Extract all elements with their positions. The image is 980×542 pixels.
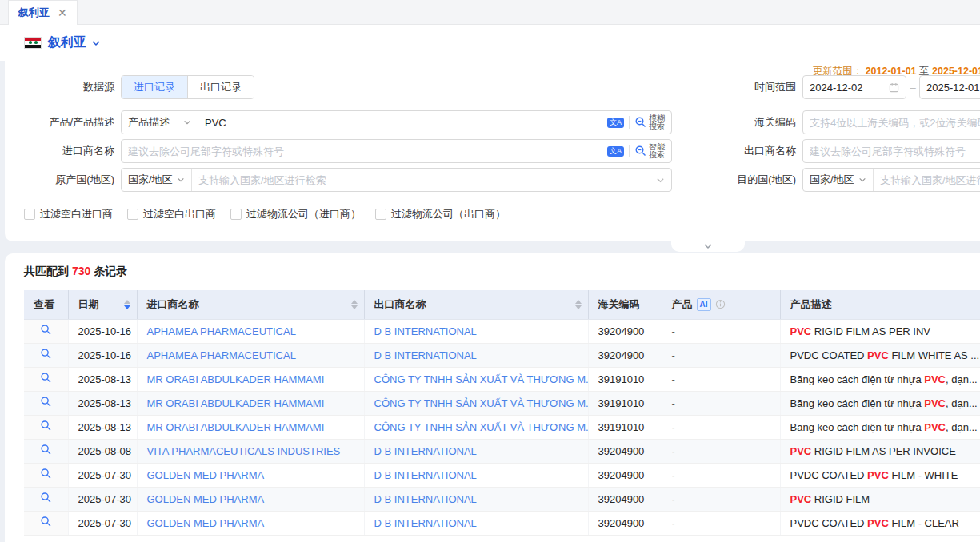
destination-input-group: 国家/地区 xyxy=(802,168,980,192)
checkbox-filter-logistics-importer[interactable]: 过滤物流公司（进口商） xyxy=(230,207,361,221)
importer-row: 进口商名称 文A 智能 搜索 xyxy=(5,139,672,163)
tab-bar: 叙利亚 ✕ xyxy=(0,0,980,25)
sort-importer[interactable] xyxy=(351,300,358,309)
cell-product: - xyxy=(662,391,780,415)
results-panel: 共匹配到730条记录 查看 日期 进口商名称 出口商名称 海关编码 产品 AI xyxy=(5,253,980,542)
cell-product: - xyxy=(662,463,780,487)
search-icon xyxy=(634,116,647,129)
view-record-button[interactable] xyxy=(24,511,68,535)
col-view: 查看 xyxy=(24,290,68,319)
cell-hs-code: 39204900 xyxy=(588,487,662,511)
table-row: 2025-07-30 GOLDEN MED PHARMA D B INTERNA… xyxy=(24,511,980,535)
cell-exporter-link[interactable]: D B INTERNATIONAL xyxy=(364,343,588,367)
translate-icon[interactable]: 文A xyxy=(607,146,624,157)
view-search-icon xyxy=(40,516,52,528)
destination-row: 目的国(地区) 国家/地区 xyxy=(688,168,980,192)
checkbox-filter-logistics-exporter[interactable]: 过滤物流公司（出口商） xyxy=(375,207,506,221)
cell-exporter-link[interactable]: CÔNG TY TNHH SẢN XUẤT VÀ THƯƠNG M... xyxy=(364,391,588,415)
cell-hs-code: 39204900 xyxy=(588,319,662,343)
cell-hs-code: 39191010 xyxy=(588,391,662,415)
view-search-icon xyxy=(40,396,52,408)
chevron-down-icon[interactable] xyxy=(656,176,665,185)
cell-exporter-link[interactable]: D B INTERNATIONAL xyxy=(364,439,588,463)
cell-product: - xyxy=(662,319,780,343)
cell-exporter-link[interactable]: D B INTERNATIONAL xyxy=(364,463,588,487)
cell-importer-link[interactable]: MR ORABI ABDULKADER HAMMAMI xyxy=(137,367,364,391)
sort-date[interactable] xyxy=(124,300,130,309)
cell-description: Băng keo cách điện từ nhựa PVC, dạn... xyxy=(780,415,980,439)
collapse-panel-button[interactable] xyxy=(671,241,745,252)
cell-exporter-link[interactable]: D B INTERNATIONAL xyxy=(364,319,588,343)
view-record-button[interactable] xyxy=(24,439,68,463)
cell-product: - xyxy=(662,487,780,511)
cell-importer-link[interactable]: APHAMEA PHARMACEUTICAL xyxy=(137,343,364,367)
view-record-button[interactable] xyxy=(24,463,68,487)
view-search-icon xyxy=(40,492,52,504)
tab-syria[interactable]: 叙利亚 ✕ xyxy=(8,0,78,25)
sort-exporter[interactable] xyxy=(575,300,582,309)
view-record-button[interactable] xyxy=(24,391,68,415)
hs-code-input[interactable] xyxy=(803,111,980,134)
checkbox-filter-blank-exporter[interactable]: 过滤空白出口商 xyxy=(127,207,216,221)
exporter-input[interactable] xyxy=(803,140,980,162)
view-search-icon xyxy=(40,468,52,480)
origin-input[interactable] xyxy=(192,169,656,191)
view-record-button[interactable] xyxy=(24,343,68,367)
cell-importer-link[interactable]: MR ORABI ABDULKADER HAMMAMI xyxy=(137,415,364,439)
cell-importer-link[interactable]: APHAMEA PHARMACEUTICAL xyxy=(137,319,364,343)
product-input[interactable] xyxy=(198,111,607,134)
cell-description: PVDC COATED PVC FILM WHITE AS ... xyxy=(780,343,980,367)
origin-row: 原产国(地区) 国家/地区 xyxy=(5,168,672,192)
cell-exporter-link[interactable]: CÔNG TY TNHH SẢN XUẤT VÀ THƯƠNG M... xyxy=(364,367,588,391)
cell-date: 2025-08-13 xyxy=(68,415,137,439)
tab-title: 叙利亚 xyxy=(18,6,50,20)
tab-export-records[interactable]: 出口记录 xyxy=(187,76,254,98)
date-from-input[interactable]: 2024-12-02 xyxy=(802,75,906,99)
col-hs-code: 海关编码 xyxy=(588,290,662,319)
cell-importer-link[interactable]: GOLDEN MED PHARMA xyxy=(137,487,364,511)
cell-exporter-link[interactable]: D B INTERNATIONAL xyxy=(364,487,588,511)
table-row: 2025-08-08 VITA PHARMACEUTICALS INDUSTRI… xyxy=(24,439,980,463)
product-type-select[interactable]: 产品描述 xyxy=(122,111,198,134)
table-row: 2025-10-16 APHAMEA PHARMACEUTICAL D B IN… xyxy=(24,343,980,367)
info-icon[interactable] xyxy=(715,299,726,309)
checkbox-filter-blank-importer[interactable]: 过滤空白进口商 xyxy=(24,207,113,221)
table-row: 2025-08-13 MR ORABI ABDULKADER HAMMAMI C… xyxy=(24,415,980,439)
cell-description: PVC RIGID FILM xyxy=(780,487,980,511)
ai-badge: AI xyxy=(697,298,711,311)
product-suffix: 文A 模糊 搜索 xyxy=(607,114,671,130)
importer-input[interactable] xyxy=(122,140,607,162)
destination-label: 目的国(地区) xyxy=(688,173,802,187)
cell-importer-link[interactable]: GOLDEN MED PHARMA xyxy=(137,463,364,487)
close-icon[interactable]: ✕ xyxy=(58,7,67,18)
translate-icon[interactable]: 文A xyxy=(607,118,624,128)
cell-exporter-link[interactable]: D B INTERNATIONAL xyxy=(364,511,588,535)
destination-type-select[interactable]: 国家/地区 xyxy=(803,169,874,191)
cell-importer-link[interactable]: GOLDEN MED PHARMA xyxy=(137,511,364,535)
view-record-button[interactable] xyxy=(24,415,68,439)
cell-product: - xyxy=(662,343,780,367)
cell-product: - xyxy=(662,367,780,391)
view-record-button[interactable] xyxy=(24,367,68,391)
smart-search-button[interactable]: 智能 搜索 xyxy=(634,143,665,159)
cell-description: PVC RIGID FILM AS PER INVOICE xyxy=(780,439,980,463)
search-icon xyxy=(634,145,647,157)
view-search-icon xyxy=(40,372,52,384)
chevron-down-icon[interactable] xyxy=(91,38,101,48)
tab-import-records[interactable]: 进口记录 xyxy=(122,76,187,98)
cell-product: - xyxy=(662,439,780,463)
cell-importer-link[interactable]: MR ORABI ABDULKADER HAMMAMI xyxy=(137,391,364,415)
cell-date: 2025-08-13 xyxy=(68,391,137,415)
view-record-button[interactable] xyxy=(24,319,68,343)
checkbox-icon xyxy=(230,209,242,220)
cell-product: - xyxy=(662,415,780,439)
origin-type-select[interactable]: 国家/地区 xyxy=(122,169,192,191)
fuzzy-search-button[interactable]: 模糊 搜索 xyxy=(634,114,665,130)
product-row: 产品/产品描述 产品描述 文A 模糊 搜索 xyxy=(5,110,672,134)
cell-importer-link[interactable]: VITA PHARMACEUTICALS INDUSTRIES xyxy=(137,439,364,463)
date-to-input[interactable]: 2025-12-01 xyxy=(919,75,980,99)
cell-exporter-link[interactable]: CÔNG TY TNHH SẢN XUẤT VÀ THƯƠNG M... xyxy=(364,415,588,439)
destination-input[interactable] xyxy=(874,169,980,191)
cell-product: - xyxy=(662,511,780,535)
view-record-button[interactable] xyxy=(24,487,68,511)
